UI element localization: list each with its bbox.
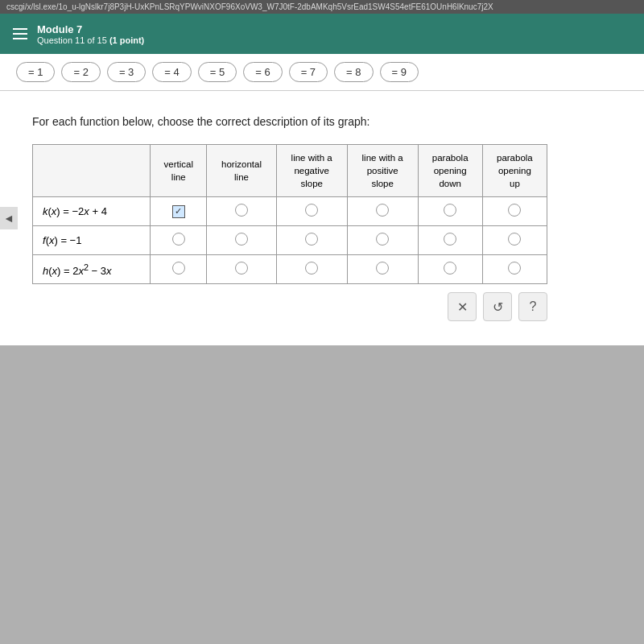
radio-cell-3-2[interactable] (276, 255, 347, 284)
radio-cell-1-2[interactable] (276, 197, 347, 226)
points-label: (1 point) (109, 35, 144, 45)
radio-cell-1-4[interactable] (418, 197, 482, 226)
table-row: k(x) = −2x + 4 (33, 197, 547, 226)
module-title: Module 7 (37, 23, 144, 35)
radio-cell-2-3[interactable] (347, 226, 418, 255)
radio-3-4[interactable] (444, 262, 456, 275)
radio-1-3[interactable] (376, 204, 389, 217)
func-name-2: f(x) = −1 (33, 226, 151, 255)
func-name-3: h(x) = 2x2 − 3x (33, 255, 151, 284)
hamburger-menu[interactable] (13, 28, 27, 39)
question-label: Question 11 of 15 (37, 35, 107, 45)
radio-cell-2-5[interactable] (482, 226, 547, 255)
tab-1[interactable]: = 1 (16, 62, 55, 82)
radio-cell-1-1[interactable] (207, 197, 276, 226)
radio-3-3[interactable] (376, 262, 389, 275)
tab-2[interactable]: = 2 (61, 62, 100, 82)
url-bar: cscgi/x/lsl.exe/1o_u-lgNslkr7j8P3jH-UxKP… (0, 0, 644, 14)
function-table: verticalline horizontalline line with an… (32, 144, 547, 284)
col-header-negative-slope: line with anegativeslope (276, 145, 347, 197)
checkbox-1-0[interactable] (172, 205, 185, 218)
tab-8[interactable]: = 8 (334, 62, 373, 82)
tab-6[interactable]: = 6 (243, 62, 282, 82)
radio-cell-2-1[interactable] (207, 226, 276, 255)
radio-cell-2-2[interactable] (276, 226, 347, 255)
table-row: f(x) = −1 (33, 226, 547, 255)
action-buttons-bar: ✕ ↺ ? (32, 292, 547, 321)
radio-2-1[interactable] (235, 233, 248, 246)
tab-7[interactable]: = 7 (289, 62, 328, 82)
radio-cell-3-3[interactable] (347, 255, 418, 284)
instruction-text: For each function below, choose the corr… (32, 115, 612, 128)
col-header-positive-slope: line with apositiveslope (347, 145, 418, 197)
tab-5[interactable]: = 5 (198, 62, 237, 82)
radio-2-0[interactable] (172, 233, 185, 246)
tabs-bar: = 1= 2= 3= 4= 5= 6= 7= 8= 9 (0, 54, 644, 91)
col-header-horizontal: horizontalline (207, 145, 276, 197)
radio-3-5[interactable] (508, 262, 521, 275)
col-header-func (33, 145, 151, 197)
radio-cell-2-0[interactable] (151, 226, 207, 255)
tab-9[interactable]: = 9 (380, 62, 419, 82)
radio-cell-3-1[interactable] (207, 255, 276, 284)
help-button[interactable]: ? (518, 292, 547, 321)
col-header-parabola-up: parabolaopeningup (482, 145, 547, 197)
func-name-1: k(x) = −2x + 4 (33, 197, 151, 226)
radio-1-4[interactable] (444, 204, 456, 217)
col-header-vertical: verticalline (151, 145, 207, 197)
top-bar: Module 7 Question 11 of 15 (1 point) (0, 14, 644, 54)
radio-3-1[interactable] (235, 262, 248, 275)
col-header-parabola-down: parabolaopeningdown (418, 145, 482, 197)
radio-3-2[interactable] (305, 262, 318, 275)
radio-cell-3-5[interactable] (482, 255, 547, 284)
radio-3-0[interactable] (172, 262, 185, 275)
table-row: h(x) = 2x2 − 3x (33, 255, 547, 284)
radio-1-1[interactable] (235, 204, 248, 217)
radio-1-5[interactable] (508, 204, 521, 217)
undo-button[interactable]: ↺ (483, 292, 512, 321)
tab-3[interactable]: = 3 (107, 62, 146, 82)
radio-cell-1-5[interactable] (482, 197, 547, 226)
close-button[interactable]: ✕ (448, 292, 477, 321)
side-arrow[interactable]: ◄ (0, 207, 18, 229)
radio-cell-3-4[interactable] (418, 255, 482, 284)
radio-2-3[interactable] (376, 233, 389, 246)
radio-cell-2-4[interactable] (418, 226, 482, 255)
tab-4[interactable]: = 4 (152, 62, 191, 82)
radio-cell-3-0[interactable] (151, 255, 207, 284)
radio-1-2[interactable] (305, 204, 318, 217)
question-info: Question 11 of 15 (1 point) (37, 35, 144, 45)
radio-2-4[interactable] (444, 233, 456, 246)
radio-2-2[interactable] (305, 233, 318, 246)
radio-cell-1-3[interactable] (347, 197, 418, 226)
radio-2-5[interactable] (508, 233, 521, 246)
radio-cell-1-0[interactable] (151, 197, 207, 226)
